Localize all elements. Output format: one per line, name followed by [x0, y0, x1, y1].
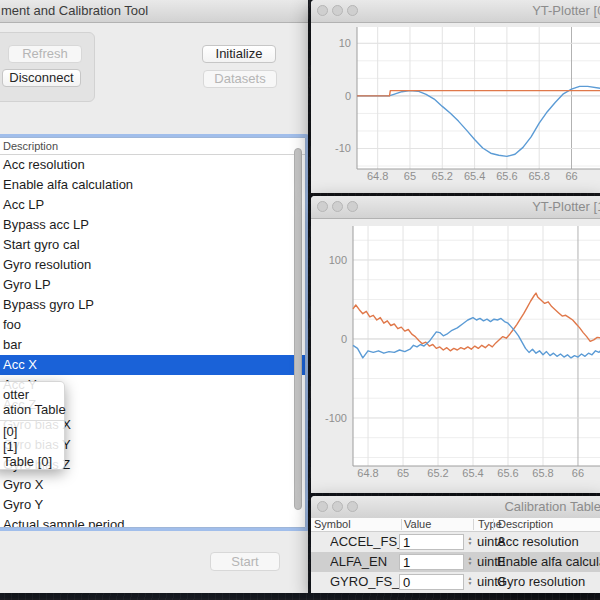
svg-text:65.6: 65.6 — [496, 170, 517, 182]
list-header-description[interactable]: Description — [0, 138, 305, 155]
svg-text:65.6: 65.6 — [497, 467, 518, 479]
description-cell: Gyro resolution — [497, 572, 600, 592]
chart-canvas-1: 64.86565.265.465.665.8661000-100 — [311, 218, 600, 493]
table-header: SymbolValueTypeDescription — [311, 518, 600, 532]
datasets-button[interactable]: Datasets — [203, 70, 277, 88]
svg-text:65: 65 — [404, 170, 416, 182]
svg-text:65.4: 65.4 — [462, 467, 483, 479]
table-title: Calibration Table — [504, 499, 600, 514]
value-input[interactable] — [399, 574, 464, 590]
calibration-table-window: Calibration Table SymbolValueTypeDescrip… — [311, 496, 600, 593]
minimize-button[interactable] — [332, 201, 343, 212]
description-cell: Acc resolution — [497, 532, 600, 552]
table-row[interactable]: ACCEL_FS_SEL▲▼uint8Acc resolution — [311, 532, 600, 552]
context-menu-item[interactable]: [0] — [0, 424, 64, 439]
plot1-titlebar[interactable]: YT-Plotter [1] — [311, 196, 600, 219]
table-row[interactable]: GYRO_FS_SEL▲▼uint8Gyro resolution — [311, 572, 600, 592]
tool-window-title: ment and Calibration Tool — [1, 3, 148, 18]
list-item[interactable]: Gyro LP — [0, 275, 305, 295]
svg-text:0: 0 — [345, 90, 351, 102]
description-cell: Enable alfa calculation — [497, 552, 600, 572]
column-separator — [401, 519, 402, 530]
context-menu-item[interactable]: Table [0] — [0, 454, 64, 469]
list-item[interactable]: Acc X — [0, 355, 305, 375]
refresh-button[interactable]: Refresh — [8, 45, 82, 63]
svg-text:65.2: 65.2 — [427, 467, 448, 479]
minimize-button[interactable] — [332, 5, 343, 16]
list-item[interactable]: Acc LP — [0, 195, 305, 215]
column-separator — [493, 519, 494, 530]
context-menu-item[interactable]: [1] — [0, 439, 64, 454]
svg-text:65.8: 65.8 — [532, 467, 553, 479]
context-menu: otteration Table[0][1]Table [0] — [0, 381, 65, 470]
svg-text:64.8: 64.8 — [367, 170, 388, 182]
list-item[interactable]: Gyro Y — [0, 495, 305, 515]
column-header[interactable]: Symbol — [314, 518, 351, 531]
table-row[interactable]: ALFA_EN▲▼uint8Enable alfa calculation — [311, 552, 600, 572]
chart-canvas-0: 64.86565.265.465.665.866100-10 — [311, 22, 600, 193]
connection-groupbox — [0, 32, 95, 102]
desktop: ment and Calibration Tool Refresh Discon… — [0, 0, 600, 600]
plot1-title: YT-Plotter [1] — [532, 199, 600, 214]
tool-window-titlebar[interactable]: ment and Calibration Tool — [0, 0, 308, 23]
list-item[interactable]: foo — [0, 315, 305, 335]
plot0-title: YT-Plotter [0] — [532, 3, 600, 18]
svg-text:65.2: 65.2 — [432, 170, 453, 182]
symbol-cell: ACCEL_FS_SEL — [330, 532, 400, 552]
column-header[interactable]: Value — [404, 518, 431, 531]
value-input[interactable] — [399, 554, 464, 570]
yt-plotter-1-window: YT-Plotter [1] 64.86565.265.465.665.8661… — [311, 196, 600, 493]
value-stepper[interactable]: ▲▼ — [464, 554, 476, 570]
svg-text:0: 0 — [341, 333, 347, 345]
disconnect-button[interactable]: Disconnect — [2, 69, 81, 87]
svg-text:65.8: 65.8 — [528, 170, 549, 182]
svg-text:66: 66 — [565, 170, 577, 182]
zoom-button[interactable] — [347, 5, 358, 16]
param-list-rows: Acc resolutionEnable alfa calculationAcc… — [0, 155, 305, 527]
context-menu-item[interactable]: otter — [0, 387, 64, 402]
zoom-button[interactable] — [347, 201, 358, 212]
yt-plotter-0-window: YT-Plotter [0] 64.86565.265.465.665.8661… — [311, 0, 600, 193]
svg-text:66: 66 — [572, 467, 584, 479]
close-button[interactable] — [317, 5, 328, 16]
close-button[interactable] — [317, 501, 328, 512]
symbol-cell: ALFA_EN — [330, 552, 400, 572]
list-item[interactable]: Actual sample period — [0, 515, 305, 527]
list-item[interactable]: Gyro X — [0, 475, 305, 495]
column-separator — [473, 519, 474, 530]
value-stepper[interactable]: ▲▼ — [464, 534, 476, 550]
calibration-tool-window: ment and Calibration Tool Refresh Discon… — [0, 0, 308, 593]
svg-text:65.4: 65.4 — [464, 170, 485, 182]
menu-separator — [0, 420, 64, 421]
zoom-button[interactable] — [347, 501, 358, 512]
list-item[interactable]: bar — [0, 335, 305, 355]
svg-text:-100: -100 — [325, 412, 347, 424]
svg-text:-10: -10 — [335, 142, 351, 154]
svg-text:10: 10 — [339, 37, 351, 49]
value-stepper[interactable]: ▲▼ — [464, 574, 476, 590]
list-item[interactable]: Bypass gyro LP — [0, 295, 305, 315]
table-titlebar[interactable]: Calibration Table — [311, 496, 600, 519]
svg-text:100: 100 — [329, 254, 347, 266]
initialize-button[interactable]: Initialize — [202, 45, 276, 63]
svg-text:65: 65 — [397, 467, 409, 479]
list-item[interactable]: Acc resolution — [0, 155, 305, 175]
start-button[interactable]: Start — [210, 552, 280, 571]
scrollbar-thumb[interactable] — [294, 148, 302, 510]
plot0-titlebar[interactable]: YT-Plotter [0] — [311, 0, 600, 23]
svg-text:64.8: 64.8 — [357, 467, 378, 479]
close-button[interactable] — [317, 201, 328, 212]
list-item[interactable]: Start gyro cal — [0, 235, 305, 255]
symbol-cell: GYRO_FS_SEL — [330, 572, 400, 592]
column-header[interactable]: Description — [498, 518, 553, 531]
minimize-button[interactable] — [332, 501, 343, 512]
list-item[interactable]: Enable alfa calculation — [0, 175, 305, 195]
list-item[interactable]: Gyro resolution — [0, 255, 305, 275]
context-menu-item[interactable]: ation Table — [0, 402, 64, 417]
value-input[interactable] — [399, 534, 464, 550]
list-item[interactable]: Bypass acc LP — [0, 215, 305, 235]
